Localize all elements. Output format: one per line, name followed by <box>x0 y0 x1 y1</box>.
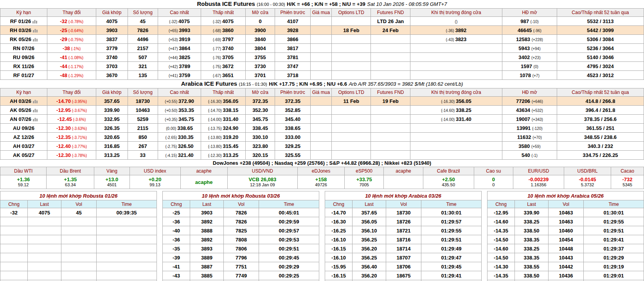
order-row: -14.50338.351044301:29:29 <box>487 253 644 262</box>
order-cell: 01:29:47 <box>421 253 482 262</box>
order-cell: -12.95 <box>487 208 515 217</box>
order-cell: 45 <box>61 208 97 217</box>
cell-open-interest: 1597 (0) <box>502 62 557 71</box>
cell-volume: 321 <box>128 62 158 71</box>
open-price: 372.35 <box>252 98 268 104</box>
cell-prev-session: 3781 <box>275 53 310 62</box>
order-cell: 3889 <box>190 253 224 262</box>
cell-contract[interactable]: RU 09/26 <box>0 53 47 62</box>
cell-volume: 2115 <box>128 124 158 133</box>
cell-contract[interactable]: RX 11/26 <box>0 62 47 71</box>
market-sub-value: 59.12 <box>1 182 45 187</box>
cell-contract[interactable]: RK 05/26 <box>0 35 47 44</box>
order-cell: 3892 <box>190 235 224 244</box>
order-cell: 00:29:29 <box>259 262 319 271</box>
order-row <box>0 244 157 253</box>
cell-contract[interactable]: RF 01/26 <box>0 17 47 26</box>
cell-prev-session: 372.35 <box>275 97 310 106</box>
cell-open-interest: 19007 (+343) <box>502 115 557 124</box>
volume: 321 <box>139 63 147 69</box>
prev-session-price: 352.85 <box>285 107 300 113</box>
cell-contract[interactable]: AH 03/26 <box>0 97 47 106</box>
cell-futures-fnd <box>371 35 410 44</box>
cell-open: 345.75 <box>245 115 275 124</box>
order-cell: 18730 <box>386 208 421 217</box>
column-header: Phiên trước <box>275 88 310 97</box>
order-cell: -14.50 <box>487 235 515 244</box>
cell-bid <box>310 142 331 151</box>
order-cell: -16.10 <box>325 253 353 262</box>
cell-futures-fnd <box>371 71 410 80</box>
volume: 18730 <box>136 98 150 104</box>
high-delta: (+65) <box>169 29 179 33</box>
cell-open-interest: 987 (-10) <box>502 17 557 26</box>
cell-high: (+65) 3993 <box>158 26 201 35</box>
order-cell: 356.20 <box>353 271 386 280</box>
change-pct: (-3.63%) <box>71 126 87 131</box>
low-delta: (-14.70) <box>208 108 223 113</box>
cell-contract[interactable]: RH 03/26 <box>0 26 47 35</box>
high-value: 345.75 <box>178 116 194 122</box>
order-table-robusta-0326: 10 lệnh mới khớp Robusta 03/26ChngLastVo… <box>162 191 319 281</box>
chart-icon[interactable] <box>33 117 38 121</box>
order-row <box>0 235 157 244</box>
chart-icon[interactable] <box>33 38 38 41</box>
cell-contract[interactable]: AH 03/27 <box>0 142 47 151</box>
cell-market-close <box>410 44 502 53</box>
contract-label: AH 03/26 <box>10 98 31 104</box>
cell-contract[interactable]: RF 01/27 <box>0 71 47 80</box>
cell-contract[interactable]: AK 05/26 <box>0 106 47 115</box>
arabica-title-line: Arabica ICE Futures (16:15 - 01:30) H/K … <box>0 80 644 88</box>
order-table-title: 10 lệnh mới khớp Arabica 03/26 <box>325 191 482 200</box>
cell-contract[interactable]: AN 07/26 <box>0 115 47 124</box>
cell-market-close <box>410 124 502 133</box>
cell-futures-fnd: 24 Feb <box>371 26 410 35</box>
order-title-row: 10 lệnh mới khớp Robusta 01/26 <box>0 191 157 200</box>
cell-last-price: 3703 <box>96 62 128 71</box>
close-delta: () <box>455 20 458 24</box>
change-value: -12.40 <box>56 143 71 149</box>
cell-contract[interactable]: AU 09/26 <box>0 124 47 133</box>
open-interest: 13991 <box>516 125 532 131</box>
order-cell <box>0 262 28 271</box>
cell-change: -32 (-0.78%) <box>47 17 96 26</box>
cell-contract[interactable]: RN 07/26 <box>0 44 47 53</box>
chart-icon[interactable] <box>33 29 38 32</box>
chart-icon[interactable] <box>32 20 37 23</box>
cell-market-close: (-14.60) 338.25 <box>410 106 502 115</box>
order-cell: 01:29:19 <box>584 262 644 271</box>
cell-low: (-68) 3860 <box>201 26 246 35</box>
futures-row: RF 01/27-48 (-1.29%)3670135(+41) 3759(-6… <box>0 71 644 80</box>
cell-change: -12.45 (-3.6%) <box>47 115 96 124</box>
cell-futures-fnd <box>371 44 410 53</box>
cell-bid <box>310 44 331 53</box>
cell-contract[interactable]: AK 05/27 <box>0 151 47 160</box>
order-row: -14.60338.251044801:29:37 <box>487 244 644 253</box>
order-cell <box>97 244 157 253</box>
chart-icon[interactable] <box>33 108 38 112</box>
cell-prev-session: 345.40 <box>275 115 310 124</box>
high-value: 353.35 <box>178 107 194 113</box>
cell-bid <box>310 124 331 133</box>
range-52w: 348.55 / 238.6 <box>584 134 617 140</box>
order-cell: -15.95 <box>325 262 353 271</box>
last-price: 326.35 <box>104 125 120 131</box>
order-cell: 356.20 <box>353 244 386 253</box>
contract-label: RN 07/26 <box>13 45 34 51</box>
contract-label: AZ 12/26 <box>13 134 34 140</box>
high-delta: (-2.75) <box>165 144 178 149</box>
order-cell: 18706 <box>386 262 421 271</box>
low-value: 324.90 <box>223 125 238 131</box>
cell-prev-session: 333.00 <box>275 133 310 142</box>
change-value: -12.30 <box>56 125 71 131</box>
order-cell: -43 <box>163 271 190 280</box>
range-52w: 378.35 / 256.6 <box>584 116 617 122</box>
cell-last-price: 320.65 <box>96 133 128 142</box>
column-header: Thấp nhất <box>201 88 246 97</box>
market-sub-value: 49726 <box>299 182 344 187</box>
chart-icon[interactable] <box>33 99 38 103</box>
cell-high: (+44) 3825 <box>158 53 201 62</box>
order-cell: -14.60 <box>487 244 515 253</box>
cell-contract[interactable]: AZ 12/26 <box>0 133 47 142</box>
cell-open: 3840 <box>245 35 275 44</box>
